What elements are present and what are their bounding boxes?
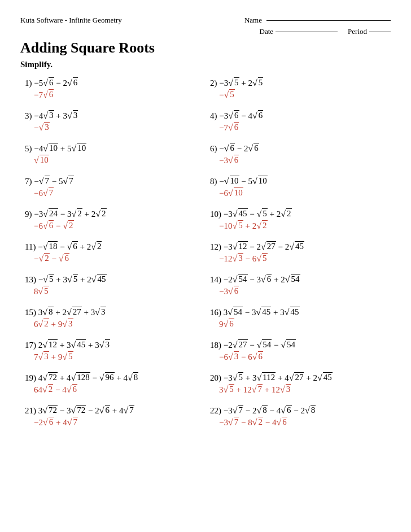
software-name: Kuta Software - Infinite Geometry — [20, 16, 122, 25]
problem-answer: −6√10 — [219, 187, 386, 198]
problem-answer: √10 — [34, 155, 201, 165]
problem-answer: −7√6 — [219, 122, 386, 133]
problem-cell: 18) −2√27 − √54 − √54 −6√3 − 6√6 — [206, 336, 391, 369]
problem-question: 1) −5√6 − 2√6 — [25, 77, 201, 88]
problem-question: 8) −√10 − 5√10 — [210, 176, 386, 186]
problem-answer: 7√3 + 9√5 — [34, 351, 201, 362]
problem-cell: 5) −4√10 + 5√10 √10 — [20, 139, 206, 172]
problem-answer: −12√3 − 6√5 — [219, 253, 386, 264]
problem-answer: −2√6 + 4√7 — [34, 417, 201, 428]
problem-answer: −3√7 − 8√2 − 4√6 — [219, 417, 386, 428]
problem-cell: 21) 3√72 − 3√72 − 2√6 + 4√7 −2√6 + 4√7 — [20, 402, 206, 434]
problem-question: 2) −3√5 + 2√5 — [210, 77, 386, 88]
date-block: Date — [260, 27, 338, 36]
problem-answer: −6√7 — [34, 187, 201, 198]
problem-answer: −6√3 − 6√6 — [219, 351, 386, 362]
problem-question: 22) −3√7 − 2√8 − 4√6 − 2√8 — [210, 405, 386, 416]
problem-cell: 1) −5√6 − 2√6 −7√6 — [20, 74, 206, 107]
problem-question: 11) −√18 − √6 + 2√2 — [25, 241, 201, 252]
problem-cell: 14) −2√54 − 3√6 + 2√54 −3√6 — [206, 271, 391, 303]
problem-answer: 9√6 — [219, 319, 386, 329]
problem-cell: 12) −3√12 − 2√27 − 2√45 −12√3 − 6√5 — [206, 238, 391, 271]
page-title: Adding Square Roots — [20, 40, 391, 56]
problem-answer: −√3 — [34, 122, 201, 133]
problem-question: 4) −3√6 − 4√6 — [210, 110, 386, 121]
problem-cell: 7) −√7 − 5√7 −6√7 — [20, 172, 206, 205]
problem-question: 7) −√7 − 5√7 — [25, 176, 201, 186]
problem-answer: −3√6 — [219, 286, 386, 296]
problem-question: 3) −4√3 + 3√3 — [25, 110, 201, 121]
problem-question: 14) −2√54 − 3√6 + 2√54 — [210, 274, 386, 285]
date-period-line: Date Period — [20, 27, 391, 36]
problem-cell: 15) 3√8 + 2√27 + 3√3 6√2 + 9√3 — [20, 303, 206, 336]
date-label: Date — [260, 27, 274, 36]
problem-question: 19) 4√72 + 4√128 − √96 + 4√8 — [25, 372, 201, 383]
problem-answer: −6√6 − √2 — [34, 220, 201, 231]
period-underline — [369, 32, 391, 32]
problem-answer: −√2 − √6 — [34, 253, 201, 264]
problem-cell: 13) −√5 + 3√5 + 2√45 8√5 — [20, 271, 206, 303]
problem-cell: 8) −√10 − 5√10 −6√10 — [206, 172, 391, 205]
problem-answer: −10√5 + 2√2 — [219, 220, 386, 231]
problem-question: 9) −3√24 − 3√2 + 2√2 — [25, 208, 201, 219]
problem-question: 6) −√6 − 2√6 — [210, 143, 386, 154]
problem-answer: 8√5 — [34, 286, 201, 296]
problem-cell: 22) −3√7 − 2√8 − 4√6 − 2√8 −3√7 − 8√2 − … — [206, 402, 391, 434]
simplify-label: Simplify. — [20, 60, 391, 69]
problem-cell: 17) 2√12 + 3√45 + 3√3 7√3 + 9√5 — [20, 336, 206, 369]
period-block: Period — [348, 27, 391, 36]
name-label: Name — [244, 16, 262, 25]
problem-cell: 2) −3√5 + 2√5 −√5 — [206, 74, 391, 107]
problem-question: 15) 3√8 + 2√27 + 3√3 — [25, 307, 201, 317]
period-label: Period — [348, 27, 367, 36]
problem-question: 12) −3√12 − 2√27 − 2√45 — [210, 241, 386, 252]
name-line: Name — [244, 16, 391, 25]
problem-answer: 6√2 + 9√3 — [34, 319, 201, 329]
problem-cell: 3) −4√3 + 3√3 −√3 — [20, 107, 206, 139]
problem-cell: 10) −3√45 − √5 + 2√2 −10√5 + 2√2 — [206, 205, 391, 238]
problem-answer: −3√6 — [219, 155, 386, 165]
problem-cell: 20) −3√5 + 3√112 + 4√27 + 2√45 3√5 + 12√… — [206, 369, 391, 402]
problem-cell: 19) 4√72 + 4√128 − √96 + 4√8 64√2 − 4√6 — [20, 369, 206, 402]
problem-answer: 64√2 − 4√6 — [34, 384, 201, 395]
problem-answer: −√5 — [219, 89, 386, 100]
problem-cell: 4) −3√6 − 4√6 −7√6 — [206, 107, 391, 139]
problem-question: 20) −3√5 + 3√112 + 4√27 + 2√45 — [210, 372, 386, 383]
problem-cell: 9) −3√24 − 3√2 + 2√2 −6√6 − √2 — [20, 205, 206, 238]
problem-question: 13) −√5 + 3√5 + 2√45 — [25, 274, 201, 285]
problem-question: 16) 3√54 − 3√45 + 3√45 — [210, 307, 386, 317]
problem-question: 5) −4√10 + 5√10 — [25, 143, 201, 154]
problems-grid: 1) −5√6 − 2√6 −7√6 2) −3√5 + 2√5 −√5 3) … — [20, 74, 391, 434]
problem-question: 21) 3√72 − 3√72 − 2√6 + 4√7 — [25, 405, 201, 416]
problem-answer: −7√6 — [34, 89, 201, 100]
problem-cell: 11) −√18 − √6 + 2√2 −√2 − √6 — [20, 238, 206, 271]
problem-cell: 6) −√6 − 2√6 −3√6 — [206, 139, 391, 172]
problem-answer: 3√5 + 12√7 + 12√3 — [219, 384, 386, 395]
name-underline — [266, 20, 391, 21]
problem-cell: 16) 3√54 − 3√45 + 3√45 9√6 — [206, 303, 391, 336]
date-underline — [276, 32, 338, 32]
problem-question: 10) −3√45 − √5 + 2√2 — [210, 208, 386, 219]
problem-question: 18) −2√27 − √54 − √54 — [210, 339, 386, 350]
problem-question: 17) 2√12 + 3√45 + 3√3 — [25, 339, 201, 350]
